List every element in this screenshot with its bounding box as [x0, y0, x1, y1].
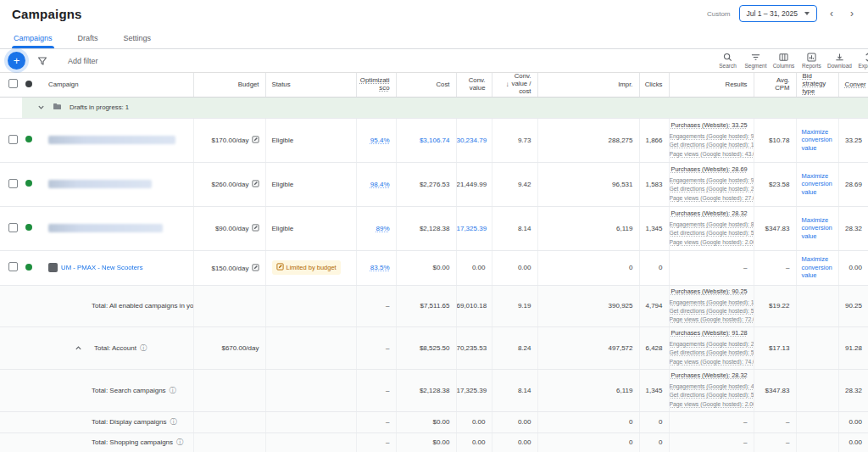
tab-settings[interactable]: Settings: [122, 29, 153, 48]
cost-value: $0.00: [432, 418, 449, 426]
segment-button[interactable]: Segment: [742, 53, 770, 69]
result-line[interactable]: Engagements (Google hosted): 95.00: [670, 132, 748, 141]
status-enabled-dot[interactable]: [25, 224, 32, 231]
info-icon[interactable]: ⓘ: [170, 418, 176, 426]
status-enabled-dot[interactable]: [25, 136, 32, 142]
tab-drafts[interactable]: Drafts: [76, 29, 100, 48]
result-line[interactable]: Purchases (Website): 28.32: [670, 371, 748, 381]
optimization-score-link[interactable]: 98.4%: [370, 181, 390, 188]
status-value: Eligible: [272, 181, 294, 188]
chevron-down-icon[interactable]: [37, 103, 45, 111]
result-line[interactable]: Purchases (Website): 28.69: [670, 165, 748, 175]
header-bid-strategy-type[interactable]: Bid strategy type: [803, 73, 826, 96]
header-avg-cpm[interactable]: Avg. CPM: [775, 77, 789, 92]
campaign-name-link[interactable]: UM - PMAX - New Scooters: [61, 264, 143, 271]
result-line[interactable]: Engagements (Google hosted): 4.00: [670, 382, 748, 391]
result-line[interactable]: Purchases (Website): 91.28: [670, 329, 748, 338]
campaign-name-redacted[interactable]: [48, 180, 152, 188]
header-cost[interactable]: Cost: [436, 81, 449, 89]
result-line[interactable]: Engagements (Google hosted): 95.00: [670, 176, 748, 185]
status-enabled-dot[interactable]: [25, 180, 32, 187]
row-checkbox[interactable]: [8, 179, 18, 188]
result-line[interactable]: Page views (Google hosted): 2.00: [670, 238, 748, 247]
header-results[interactable]: Results: [726, 81, 748, 89]
result-line[interactable]: Engagements (Google hosted): 8.00: [670, 220, 748, 229]
conversions-value: 28.32: [845, 387, 862, 394]
result-line[interactable]: Purchases (Website): 33.25: [670, 121, 748, 131]
bid-strategy-link[interactable]: Maximize conversion value: [802, 255, 835, 279]
conv-value[interactable]: 30,234.79: [457, 137, 487, 144]
optimization-score-link[interactable]: 83.5%: [370, 264, 390, 271]
conv-value[interactable]: 17,325.39: [457, 225, 487, 232]
expand-button[interactable]: Expand: [854, 53, 868, 69]
result-line[interactable]: Get directions (Google hosted): 53.00: [670, 349, 748, 357]
result-line[interactable]: Page views (Google hosted): 72.00: [670, 315, 748, 324]
select-all-checkbox[interactable]: [8, 79, 18, 88]
drafts-row[interactable]: Drafts in progress: 1: [0, 97, 868, 118]
result-line[interactable]: Engagements (Google hosted): 215.00: [670, 340, 748, 349]
result-line[interactable]: Engagements (Google hosted): 198.00: [670, 299, 748, 307]
edit-budget-icon[interactable]: [252, 180, 259, 187]
header-status[interactable]: Status: [272, 81, 291, 89]
header-impressions[interactable]: Impr.: [618, 81, 632, 89]
result-line[interactable]: Page views (Google hosted): 2.00: [670, 400, 748, 409]
header-campaign[interactable]: Campaign: [48, 81, 79, 89]
optimization-score-link[interactable]: 95.4%: [370, 137, 390, 144]
header-conv-value-cost[interactable]: ↓ Conv. value / cost: [492, 73, 537, 96]
limited-by-budget-badge[interactable]: Limited by budget: [272, 260, 341, 275]
total-label: Total: Display campaigns: [92, 418, 166, 426]
bid-strategy-link[interactable]: Maximize conversion value: [802, 128, 835, 152]
tab-campaigns[interactable]: Campaigns: [12, 29, 54, 48]
search-button[interactable]: Search: [714, 53, 742, 69]
total-label: Total: All enabled campaigns in your cur…: [92, 302, 193, 310]
download-button[interactable]: Download: [826, 53, 854, 69]
date-range-controls: Custom Jul 1 – 31, 2025 ‹ ›: [707, 5, 858, 22]
edit-budget-icon[interactable]: [252, 136, 259, 143]
clicks-value: 0: [659, 438, 662, 446]
result-line[interactable]: Purchases (Website): 28.32: [670, 209, 748, 219]
row-checkbox[interactable]: [8, 262, 18, 271]
row-checkbox[interactable]: [8, 223, 18, 232]
chevron-up-icon[interactable]: [75, 344, 82, 352]
status-enabled-dot[interactable]: [25, 264, 32, 271]
campaign-name-redacted[interactable]: [48, 224, 163, 232]
optimization-score-link[interactable]: 89%: [376, 225, 389, 232]
add-filter-button[interactable]: Add filter: [68, 57, 98, 65]
edit-budget-icon[interactable]: [252, 224, 259, 232]
bid-strategy-link[interactable]: Maximize conversion value: [802, 172, 835, 196]
bid-strategy-link[interactable]: Maximize conversion value: [802, 216, 835, 240]
result-line[interactable]: Get directions (Google hosted): 16.00: [670, 141, 748, 149]
add-campaign-button[interactable]: +: [8, 52, 25, 70]
date-range-dropdown[interactable]: Jul 1 – 31, 2025: [739, 5, 818, 22]
edit-budget-icon[interactable]: [252, 264, 259, 271]
chevron-down-icon: [804, 12, 810, 15]
result-line[interactable]: Get directions (Google hosted): 29.00: [670, 185, 748, 193]
cost-value[interactable]: $3,106.74: [420, 137, 450, 144]
filter-icon[interactable]: [37, 56, 47, 66]
date-next-button[interactable]: ›: [846, 8, 858, 19]
results-dash: –: [743, 418, 747, 426]
info-icon[interactable]: ⓘ: [176, 438, 183, 446]
date-prev-button[interactable]: ‹: [826, 8, 837, 19]
result-line[interactable]: Page views (Google hosted): 43.00: [670, 150, 748, 159]
campaign-name-redacted[interactable]: [48, 136, 175, 144]
result-line[interactable]: Page views (Google hosted): 74.00: [670, 358, 748, 366]
result-line[interactable]: Purchases (Website): 90.25: [670, 287, 748, 297]
header-budget[interactable]: Budget: [238, 81, 259, 89]
avg-cpm-value: $347.83: [765, 387, 790, 394]
avg-cpm-value: $347.83: [765, 225, 790, 232]
header-conversions[interactable]: Conver: [845, 81, 866, 89]
columns-button[interactable]: Columns: [770, 53, 798, 69]
result-line[interactable]: Get directions (Google hosted): 5.00: [670, 391, 748, 399]
reports-button[interactable]: Reports: [798, 53, 826, 69]
header-conv-value[interactable]: Conv. value: [469, 77, 486, 92]
result-line[interactable]: Get directions (Google hosted): 50.00: [670, 307, 748, 315]
info-icon[interactable]: ⓘ: [170, 387, 176, 394]
info-icon[interactable]: ⓘ: [140, 344, 147, 352]
status-value: Limited by budget: [287, 264, 337, 271]
header-optimization-score[interactable]: Optimizati sco: [360, 77, 390, 92]
result-line[interactable]: Get directions (Google hosted): 5.00: [670, 229, 748, 237]
header-clicks[interactable]: Clicks: [645, 81, 663, 89]
result-line[interactable]: Page views (Google hosted): 27.00: [670, 194, 748, 203]
row-checkbox[interactable]: [8, 135, 18, 144]
